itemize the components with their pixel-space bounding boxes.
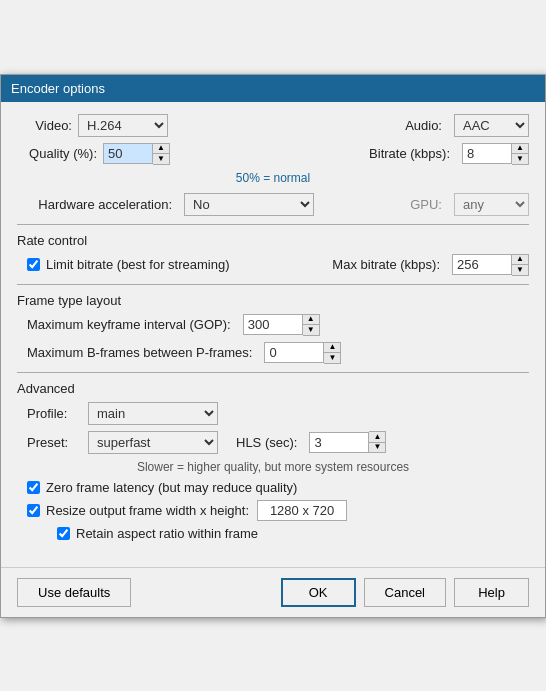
bframes-spinner: ▲ ▼ xyxy=(264,342,341,364)
quality-down-button[interactable]: ▼ xyxy=(153,153,169,163)
hls-down-button[interactable]: ▼ xyxy=(369,442,385,452)
max-bitrate-spinner-buttons: ▲ ▼ xyxy=(512,254,529,276)
bframes-input[interactable] xyxy=(264,342,324,363)
zero-latency-label: Zero frame latency (but may reduce quali… xyxy=(46,480,297,495)
hls-spinner-buttons: ▲ ▼ xyxy=(369,431,386,453)
preset-select[interactable]: superfast xyxy=(88,431,218,454)
bitrate-spinner-buttons: ▲ ▼ xyxy=(512,143,529,165)
dialog-title: Encoder options xyxy=(11,81,105,96)
keyframe-up-button[interactable]: ▲ xyxy=(303,315,319,325)
hls-spinner: ▲ ▼ xyxy=(309,431,386,453)
hls-label: HLS (sec): xyxy=(236,435,297,450)
video-select-wrapper: H.264 xyxy=(78,114,168,137)
gpu-label: GPU: xyxy=(410,197,442,212)
max-bitrate-spinner: ▲ ▼ xyxy=(452,254,529,276)
quality-up-button[interactable]: ▲ xyxy=(153,144,169,154)
max-bitrate-input[interactable] xyxy=(452,254,512,275)
hls-input[interactable] xyxy=(309,432,369,453)
rate-control-section-label: Rate control xyxy=(17,233,529,248)
quality-spinner-buttons: ▲ ▼ xyxy=(153,143,170,165)
keyframe-spinner: ▲ ▼ xyxy=(243,314,320,336)
video-select[interactable]: H.264 xyxy=(78,114,168,137)
bitrate-down-button[interactable]: ▼ xyxy=(512,153,528,163)
dialog-footer: Use defaults OK Cancel Help xyxy=(1,567,545,617)
hls-up-button[interactable]: ▲ xyxy=(369,432,385,442)
hw-accel-select[interactable]: No xyxy=(184,193,314,216)
preset-label: Preset: xyxy=(27,435,82,450)
encoder-options-dialog: Encoder options Video: H.264 Audio: AAC … xyxy=(0,74,546,618)
keyframe-input[interactable] xyxy=(243,314,303,335)
frame-type-section-label: Frame type layout xyxy=(17,293,529,308)
audio-label: Audio: xyxy=(405,118,442,133)
bframes-spinner-buttons: ▲ ▼ xyxy=(324,342,341,364)
limit-bitrate-label: Limit bitrate (best for streaming) xyxy=(46,257,230,272)
resize-label: Resize output frame width x height: xyxy=(46,503,249,518)
cancel-button[interactable]: Cancel xyxy=(364,578,446,607)
bitrate-up-button[interactable]: ▲ xyxy=(512,144,528,154)
audio-select[interactable]: AAC xyxy=(454,114,529,137)
max-bitrate-label: Max bitrate (kbps): xyxy=(332,257,440,272)
footer-right-buttons: OK Cancel Help xyxy=(281,578,529,607)
resize-input[interactable] xyxy=(257,500,347,521)
resize-checkbox[interactable] xyxy=(27,504,40,517)
ok-button[interactable]: OK xyxy=(281,578,356,607)
bitrate-spinner: ▲ ▼ xyxy=(462,143,529,165)
max-bframes-label: Maximum B-frames between P-frames: xyxy=(27,345,252,360)
aspect-ratio-label: Retain aspect ratio within frame xyxy=(76,526,258,541)
keyframe-spinner-buttons: ▲ ▼ xyxy=(303,314,320,336)
quality-normal-text: 50% = normal xyxy=(17,171,529,185)
preset-hint: Slower = higher quality, but more system… xyxy=(17,460,529,474)
bframes-up-button[interactable]: ▲ xyxy=(324,343,340,353)
aspect-ratio-checkbox[interactable] xyxy=(57,527,70,540)
profile-select[interactable]: main xyxy=(88,402,218,425)
gpu-select[interactable]: any xyxy=(454,193,529,216)
bitrate-label: Bitrate (kbps): xyxy=(369,146,450,161)
limit-bitrate-checkbox[interactable] xyxy=(27,258,40,271)
max-bitrate-up-button[interactable]: ▲ xyxy=(512,255,528,265)
quality-spinner: ▲ ▼ xyxy=(103,143,170,165)
video-label: Video: xyxy=(17,118,72,133)
quality-label: Quality (%): xyxy=(17,146,97,161)
use-defaults-button[interactable]: Use defaults xyxy=(17,578,131,607)
bframes-down-button[interactable]: ▼ xyxy=(324,352,340,362)
keyframe-down-button[interactable]: ▼ xyxy=(303,324,319,334)
quality-input[interactable] xyxy=(103,143,153,164)
advanced-section-label: Advanced xyxy=(17,381,529,396)
zero-latency-checkbox[interactable] xyxy=(27,481,40,494)
hw-accel-label: Hardware acceleration: xyxy=(17,197,172,212)
title-bar: Encoder options xyxy=(1,75,545,102)
profile-label: Profile: xyxy=(27,406,82,421)
max-keyframe-label: Maximum keyframe interval (GOP): xyxy=(27,317,231,332)
max-bitrate-down-button[interactable]: ▼ xyxy=(512,264,528,274)
help-button[interactable]: Help xyxy=(454,578,529,607)
bitrate-input[interactable] xyxy=(462,143,512,164)
